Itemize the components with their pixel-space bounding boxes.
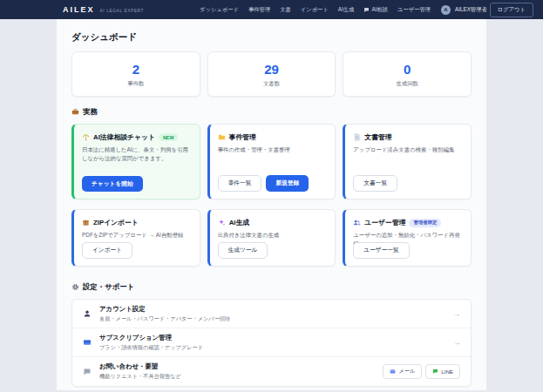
card-ai-legal-chat-header: AI法律相談チャット NEW (82, 132, 192, 142)
card-zip-import-header: ZIPインポート (82, 218, 192, 227)
card-description: 日本法に精通したAIに、条文・判例を引用しながら法的な質問ができます。 (82, 145, 192, 163)
document-list-button[interactable]: 文書一覧 (353, 175, 397, 192)
new-badge: NEW (159, 133, 179, 141)
list-item-title: アカウント設定 (99, 305, 445, 314)
card-title: AI法律相談チャット (93, 132, 155, 142)
stat-value-generations: 0 (343, 62, 471, 77)
list-item-title: お問い合わせ・要望 (99, 362, 375, 371)
arrow-right-icon: → (453, 339, 460, 347)
scales-icon (82, 133, 90, 141)
nav-ai-consult[interactable]: AI相談 (363, 6, 388, 14)
section-settings: 設定・サポート (71, 282, 472, 292)
section-practice-title: 実務 (83, 107, 98, 117)
page-title: ダッシュボード (71, 31, 472, 44)
stat-value-cases: 2 (72, 62, 200, 77)
start-chat-button[interactable]: チャットを開始 (82, 176, 143, 192)
list-item-text: お問い合わせ・要望 機能リクエスト・不具合報告など (99, 362, 375, 381)
user-name: AILEX管理者 (455, 6, 487, 14)
card-user-management-header: ユーザー管理 管理者限定 (353, 218, 463, 227)
stat-card-cases: 2 事件数 (71, 51, 200, 97)
avatar[interactable]: A (441, 5, 451, 15)
main-content: ダッシュボード 2 事件数 29 文書数 0 生成回数 実務 AI法律相談チャッ… (57, 19, 486, 390)
card-description: 出典付き法律文書の生成 (218, 231, 328, 240)
chat-icon (363, 7, 370, 13)
list-item-description: プラン・請求情報の確認・アップグレード (99, 344, 445, 352)
section-practice: 実務 (71, 107, 472, 117)
card-ai-generate-header: AI生成 (218, 218, 328, 227)
line-button[interactable]: LINE (425, 364, 460, 379)
card-actions: インポート (82, 242, 132, 259)
sparkles-icon (218, 219, 226, 226)
list-item-account-settings[interactable]: アカウント設定 名前・メール・パスワード・アバター・メンバー招待 → (72, 300, 471, 328)
logout-button[interactable]: ログアウト (490, 3, 533, 17)
list-item-contact[interactable]: お問い合わせ・要望 機能リクエスト・不具合報告など メール LINE (72, 357, 471, 386)
nav-import[interactable]: インポート (301, 6, 329, 14)
list-item-subscription[interactable]: サブスクリプション管理 プラン・請求情報の確認・アップグレード → (72, 328, 471, 357)
briefcase-icon (71, 108, 79, 116)
card-title: ユーザー管理 (364, 218, 405, 227)
card-title: ZIPインポート (93, 218, 139, 227)
card-actions: チャットを開始 (82, 176, 143, 192)
nav-ai-generate[interactable]: AI生成 (338, 6, 355, 14)
package-icon (82, 219, 90, 226)
stat-label-documents: 文書数 (208, 80, 336, 88)
main-nav: ダッシュボード 事件管理 文書 インポート AI生成 AI相談 ユーザー管理 (200, 6, 431, 14)
section-settings-title: 設定・サポート (83, 282, 134, 292)
nav-ai-consult-label: AI相談 (371, 6, 388, 14)
card-title: 事件管理 (229, 132, 256, 142)
new-case-button[interactable]: 新規登録 (266, 175, 309, 192)
card-actions: 事件一覧 新規登録 (218, 175, 309, 192)
top-navbar: AILEX AI LEGAL EXPERT ダッシュボード 事件管理 文書 イン… (0, 0, 543, 19)
stat-label-generations: 生成回数 (343, 80, 471, 88)
card-user-management: ユーザー管理 管理者限定 ユーザーの追加・無効化・パスワード再発行 ユーザー一覧 (343, 209, 472, 267)
contact-actions: メール LINE (383, 364, 460, 379)
logo-subtitle: AI LEGAL EXPERT (100, 9, 145, 13)
settings-list: アカウント設定 名前・メール・パスワード・アバター・メンバー招待 → サブスクリ… (71, 299, 472, 387)
users-icon (353, 219, 361, 226)
mail-button[interactable]: メール (383, 364, 422, 379)
list-item-text: サブスクリプション管理 プラン・請求情報の確認・アップグレード (99, 334, 445, 352)
card-description: アップロード済み文書の検索・種別編集 (353, 145, 463, 154)
chat-icon (83, 368, 92, 376)
nav-case-management[interactable]: 事件管理 (248, 6, 270, 14)
envelope-icon (390, 368, 396, 375)
card-document-management-header: 文書管理 (353, 132, 463, 142)
stat-value-documents: 29 (208, 62, 336, 77)
logo[interactable]: AILEX AI LEGAL EXPERT (63, 5, 144, 14)
generate-tool-button[interactable]: 生成ツール (218, 242, 268, 259)
stats-row: 2 事件数 29 文書数 0 生成回数 (71, 51, 472, 97)
admin-only-badge: 管理者限定 (409, 219, 441, 227)
card-actions: 生成ツール (218, 242, 268, 259)
card-zip-import: ZIPインポート PDFをZIPでアップロード → AI自動登録 インポート (71, 209, 200, 267)
nav-dashboard[interactable]: ダッシュボード (200, 6, 239, 14)
arrow-right-icon: → (453, 310, 460, 318)
case-list-button[interactable]: 事件一覧 (218, 175, 262, 192)
list-item-description: 機能リクエスト・不具合報告など (99, 373, 375, 381)
chat-icon (432, 368, 438, 375)
nav-user-management[interactable]: ユーザー管理 (397, 6, 431, 14)
logo-text: AILEX (63, 5, 95, 14)
card-ai-generate: AI生成 出典付き法律文書の生成 生成ツール (207, 209, 336, 267)
list-item-title: サブスクリプション管理 (99, 334, 445, 342)
card-description: 事件の作成・管理・文書整理 (218, 145, 328, 154)
line-button-label: LINE (441, 368, 453, 375)
user-list-button[interactable]: ユーザー一覧 (353, 242, 409, 259)
card-case-management: 事件管理 事件の作成・管理・文書整理 事件一覧 新規登録 (207, 124, 336, 199)
user-area: A AILEX管理者 (441, 5, 487, 15)
card-document-management: 文書管理 アップロード済み文書の検索・種別編集 文書一覧 (343, 124, 472, 199)
stat-label-cases: 事件数 (72, 80, 200, 88)
card-actions: ユーザー一覧 (353, 242, 409, 259)
practice-grid-row1: AI法律相談チャット NEW 日本法に精通したAIに、条文・判例を引用しながら法… (71, 124, 472, 199)
list-item-text: アカウント設定 名前・メール・パスワード・アバター・メンバー招待 (99, 305, 445, 323)
card-actions: 文書一覧 (353, 175, 397, 192)
practice-grid-row2: ZIPインポート PDFをZIPでアップロード → AI自動登録 インポート A… (71, 209, 472, 267)
person-icon (83, 309, 92, 318)
card-description: PDFをZIPでアップロード → AI自動登録 (82, 231, 192, 240)
card-case-management-header: 事件管理 (218, 132, 328, 142)
nav-documents[interactable]: 文書 (280, 6, 291, 14)
mail-button-label: メール (398, 368, 415, 375)
card-ai-legal-chat: AI法律相談チャット NEW 日本法に精通したAIに、条文・判例を引用しながら法… (71, 124, 200, 199)
stat-card-generations: 0 生成回数 (343, 51, 472, 97)
stat-card-documents: 29 文書数 (207, 51, 336, 97)
import-button[interactable]: インポート (82, 242, 132, 259)
